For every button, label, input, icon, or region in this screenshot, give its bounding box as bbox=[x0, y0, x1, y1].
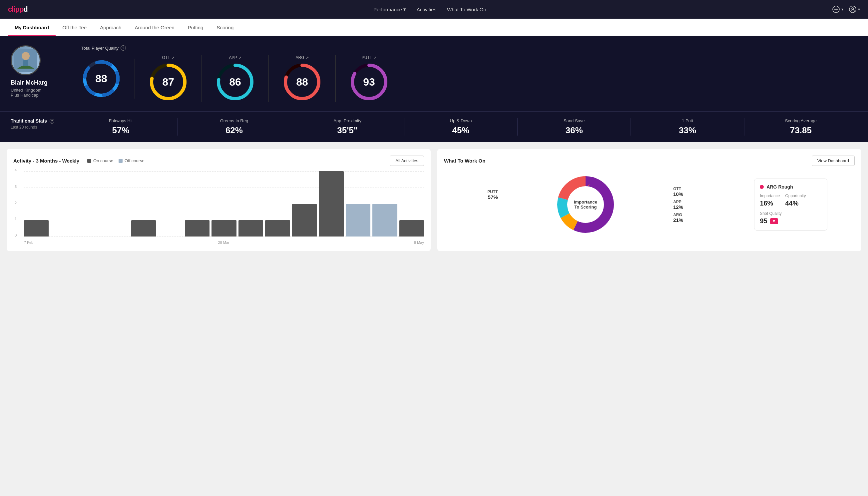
ring-putt: 93 bbox=[349, 62, 389, 102]
stats-bar: Traditional Stats ? Last 20 rounds Fairw… bbox=[0, 111, 868, 142]
tpq-label: Total Player Quality ? bbox=[81, 45, 857, 51]
activity-legend: On course Off course bbox=[87, 158, 145, 163]
bar-group-7 bbox=[211, 220, 236, 236]
bar-on-course-0 bbox=[24, 220, 49, 236]
svg-point-3 bbox=[849, 6, 856, 13]
bar-group-6 bbox=[185, 220, 209, 236]
nav-links: Performance ▾ Activities What To Work On bbox=[373, 6, 486, 12]
arg-shot-quality-badge: ▼ bbox=[770, 218, 778, 224]
arg-importance-value: 16% bbox=[760, 200, 780, 207]
nav-what-to-work-on[interactable]: What To Work On bbox=[447, 7, 486, 12]
bottom-panels: Activity - 3 Months - Weekly On course O… bbox=[0, 142, 868, 258]
donut-center-line1: Importance bbox=[574, 200, 597, 204]
donut-container: Importance To Scoring bbox=[552, 171, 619, 238]
traditional-stats-label: Traditional Stats ? bbox=[11, 118, 64, 124]
ring-arg: 88 bbox=[282, 62, 322, 102]
putt-label: PUTT bbox=[362, 55, 372, 60]
bar-off-course-12 bbox=[346, 204, 370, 236]
info-icon: ? bbox=[121, 45, 126, 51]
x-label-mar: 28 Mar bbox=[218, 241, 229, 245]
svg-rect-7 bbox=[23, 60, 28, 66]
all-activities-button[interactable]: All Activities bbox=[390, 156, 424, 166]
arg-trend-icon: ↗ bbox=[306, 56, 309, 60]
putt-value: 93 bbox=[363, 76, 375, 88]
tab-off-the-tee[interactable]: Off the Tee bbox=[56, 19, 93, 36]
score-arg: ARG ↗ 88 bbox=[269, 55, 336, 102]
donut-right-labels: OTT 10% APP 12% ARG 21% bbox=[673, 187, 700, 223]
stat-scoring-average: Scoring Average 73.85 bbox=[744, 118, 857, 136]
stats-label-area: Traditional Stats ? Last 20 rounds bbox=[11, 118, 64, 129]
arg-card-title: ARG Rough bbox=[760, 184, 822, 189]
ott-value: 87 bbox=[162, 76, 174, 88]
tab-bar: My Dashboard Off the Tee Approach Around… bbox=[0, 19, 868, 36]
app-value: 86 bbox=[229, 76, 241, 88]
tab-putting[interactable]: Putting bbox=[181, 19, 210, 36]
arg-label: ARG bbox=[296, 55, 304, 60]
view-dashboard-button[interactable]: View Dashboard bbox=[812, 156, 855, 166]
legend-on-course: On course bbox=[87, 158, 113, 163]
ring-ott: 87 bbox=[148, 62, 188, 102]
x-label-feb: 7 Feb bbox=[24, 241, 33, 245]
add-button[interactable]: ▾ bbox=[832, 5, 843, 13]
chevron-down-icon: ▾ bbox=[841, 7, 843, 12]
donut-center: Importance To Scoring bbox=[574, 200, 597, 210]
bar-on-course-14 bbox=[399, 220, 424, 236]
tab-scoring[interactable]: Scoring bbox=[210, 19, 240, 36]
app-label: APP bbox=[229, 55, 237, 60]
bar-on-course-4 bbox=[131, 220, 156, 236]
stat-app-proximity: App. Proximity 35'5" bbox=[291, 118, 404, 136]
top-nav: clippd Performance ▾ Activities What To … bbox=[0, 0, 868, 19]
app-donut-label: APP 12% bbox=[673, 200, 700, 210]
stat-fairways-hit: Fairways Hit 57% bbox=[64, 118, 177, 136]
bars-container bbox=[24, 171, 424, 236]
hero-section: Blair McHarg United Kingdom Plus Handica… bbox=[0, 36, 868, 111]
nav-performance[interactable]: Performance ▾ bbox=[373, 6, 406, 12]
svg-point-6 bbox=[22, 52, 30, 60]
tab-approach[interactable]: Approach bbox=[93, 19, 128, 36]
arg-donut-label: ARG 21% bbox=[673, 213, 700, 223]
activity-panel-title: Activity - 3 Months - Weekly bbox=[13, 158, 79, 164]
nav-activities[interactable]: Activities bbox=[417, 7, 436, 12]
donut-left-labels: PUTT 57% bbox=[471, 189, 498, 220]
score-putt: PUTT ↗ 93 bbox=[336, 55, 403, 102]
tab-my-dashboard[interactable]: My Dashboard bbox=[8, 19, 56, 36]
activity-panel-header: Activity - 3 Months - Weekly On course O… bbox=[13, 156, 424, 166]
arg-card-dot bbox=[760, 185, 764, 189]
activity-panel: Activity - 3 Months - Weekly On course O… bbox=[7, 149, 431, 251]
arg-importance-metric: Importance 16% bbox=[760, 193, 780, 207]
bar-group-11 bbox=[319, 171, 343, 236]
putt-trend-icon: ↗ bbox=[373, 56, 376, 60]
player-handicap: Plus Handicap bbox=[11, 93, 38, 98]
bar-group-8 bbox=[238, 220, 263, 236]
putt-donut-label: PUTT 57% bbox=[471, 189, 498, 200]
bar-on-course-11 bbox=[319, 171, 343, 236]
bar-on-course-8 bbox=[238, 220, 263, 236]
bar-group-3 bbox=[104, 236, 129, 236]
chevron-down-icon: ▾ bbox=[858, 7, 860, 12]
bar-group-4 bbox=[131, 220, 156, 236]
bar-on-course-9 bbox=[265, 220, 290, 236]
svg-point-4 bbox=[852, 7, 854, 10]
ott-trend-icon: ↗ bbox=[172, 56, 175, 60]
wtwon-title: What To Work On bbox=[444, 158, 485, 164]
stat-1-putt: 1 Putt 33% bbox=[631, 118, 744, 136]
scores-row: 88 OTT ↗ 87 bbox=[81, 55, 857, 102]
x-labels: 7 Feb 28 Mar 9 May bbox=[24, 241, 424, 245]
stat-up-and-down: Up & Down 45% bbox=[404, 118, 517, 136]
stat-greens-in-reg: Greens In Reg 62% bbox=[177, 118, 290, 136]
player-country: United Kingdom bbox=[11, 88, 42, 93]
player-info: Blair McHarg United Kingdom Plus Handica… bbox=[11, 45, 70, 98]
bar-group-1 bbox=[51, 236, 75, 236]
arg-card: ARG Rough Importance 16% Opportunity 44%… bbox=[754, 179, 827, 231]
user-menu-button[interactable]: ▾ bbox=[849, 5, 860, 13]
arg-metrics: Importance 16% Opportunity 44% bbox=[760, 193, 822, 207]
bar-group-2 bbox=[78, 236, 102, 236]
arg-shot-quality-value: 95 bbox=[760, 217, 767, 225]
donut-area: PUTT 57% bbox=[444, 171, 855, 238]
bar-off-course-13 bbox=[373, 204, 397, 236]
bar-group-12 bbox=[346, 204, 370, 236]
info-icon-stats: ? bbox=[50, 119, 54, 124]
tab-around-the-green[interactable]: Around the Green bbox=[128, 19, 181, 36]
what-to-work-on-panel: What To Work On View Dashboard PUTT 57% bbox=[437, 149, 861, 251]
bar-on-course-7 bbox=[211, 220, 236, 236]
